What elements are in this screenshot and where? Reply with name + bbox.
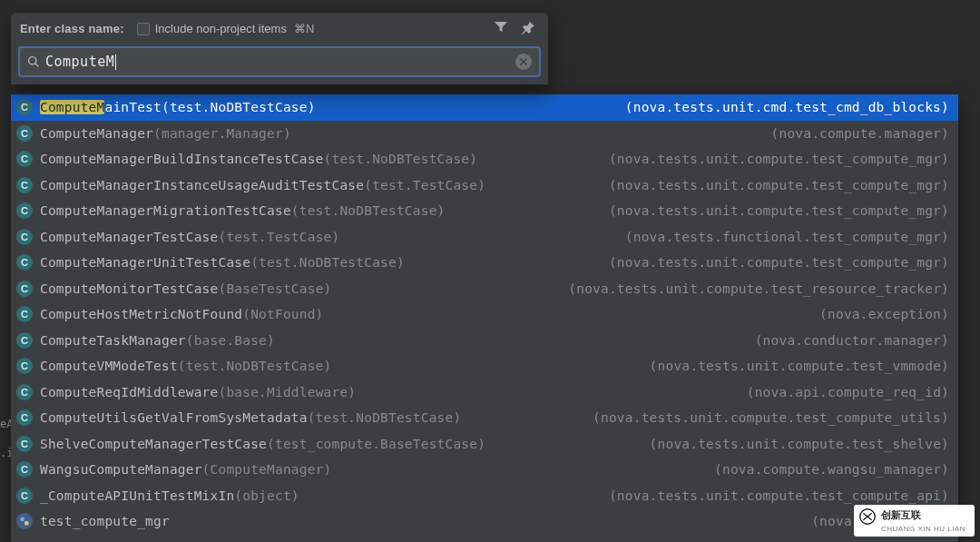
- result-row[interactable]: CComputeVMModeTest(test.NoDBTestCase)(no…: [11, 353, 958, 379]
- result-row[interactable]: CWangsuComputeManager(ComputeManager)(no…: [11, 457, 958, 483]
- result-row[interactable]: CComputeMonitorTestCase(BaseTestCase)(no…: [11, 276, 958, 302]
- class-icon: C: [16, 358, 33, 374]
- class-icon: C: [16, 409, 33, 426]
- result-row[interactable]: CComputeUtilsGetValFromSysMetadata(test.…: [11, 405, 958, 431]
- class-name: test_compute_mgr: [40, 514, 170, 528]
- search-icon: [27, 55, 40, 68]
- class-name: ComputeManager: [40, 126, 153, 141]
- class-location: (nova.tests.unit.compute.test_compute_mg…: [609, 255, 949, 270]
- result-row[interactable]: CComputeManagerBuildInstanceTestCase(tes…: [11, 146, 958, 172]
- class-context: (base.Base): [186, 333, 275, 348]
- class-name: ShelveComputeManagerTestCase: [40, 437, 267, 451]
- class-name: ComputeManagerMigrationTestCase: [40, 203, 291, 218]
- python-file-icon: [16, 513, 33, 529]
- class-name: ComputeUtilsGetValFromSysMetadata: [40, 410, 308, 425]
- class-icon: C: [16, 254, 33, 271]
- editor-gutter: eA.i: [0, 0, 11, 542]
- result-row[interactable]: test_compute_mgr(nova.tests.func): [11, 508, 958, 535]
- watermark-title: 创新互联: [881, 509, 921, 520]
- class-location: (nova.conductor.manager): [755, 333, 949, 348]
- result-row[interactable]: C_ComputeAPIUnitTestMixIn(object)(nova.t…: [11, 483, 958, 509]
- class-icon: C: [16, 332, 33, 349]
- result-row[interactable]: CComputeTaskManager(base.Base)(nova.cond…: [11, 328, 958, 354]
- class-icon: C: [16, 99, 33, 115]
- class-location: (nova.tests.unit.compute.test_shelve): [650, 437, 949, 451]
- class-location: (nova.tests.unit.compute.test_vmmode): [650, 359, 949, 373]
- result-row[interactable]: CComputeManager(manager.Manager)(nova.co…: [11, 121, 958, 147]
- result-row[interactable]: CComputeMainTest(test.NoDBTestCase)(nova…: [11, 94, 958, 121]
- result-row[interactable]: CShelveComputeManagerTestCase(test_compu…: [11, 431, 958, 458]
- class-location: (nova.tests.unit.cmd.test_cmd_db_blocks): [625, 100, 949, 114]
- class-location: (nova.tests.unit.compute.test_compute_mg…: [609, 203, 949, 218]
- class-icon: C: [16, 461, 33, 478]
- class-name: ComputeManagerBuildInstanceTestCase: [40, 152, 324, 166]
- goto-class-dialog: Enter class name: Include non-project it…: [11, 13, 548, 84]
- results-list: CComputeMainTest(test.NoDBTestCase)(nova…: [11, 94, 958, 542]
- checkbox-box: [137, 23, 150, 35]
- class-location: (nova.api.compute_req_id): [747, 385, 949, 399]
- class-icon: C: [16, 125, 33, 142]
- shortcut-hint: ⌘N: [294, 22, 314, 35]
- search-input[interactable]: ComputeM: [18, 46, 541, 77]
- class-location: (nova.tests.unit.compute.test_resource_t…: [568, 281, 949, 296]
- class-context: (test.TestCase): [364, 178, 485, 192]
- class-icon: C: [16, 436, 33, 452]
- class-context: (test.NoDBTestCase): [162, 100, 316, 114]
- class-location: (nova.tests.unit.compute.test_compute_mg…: [609, 178, 949, 192]
- include-non-project-checkbox[interactable]: Include non-project items ⌘N: [137, 22, 315, 35]
- class-location: (nova.compute.manager): [771, 126, 949, 141]
- class-icon: C: [16, 384, 33, 400]
- class-context: (test.NoDBTestCase): [308, 410, 462, 425]
- class-icon: C: [16, 281, 33, 297]
- svg-rect-0: [21, 517, 25, 522]
- result-row[interactable]: CComputeManagerInstanceUsageAuditTestCas…: [11, 172, 958, 199]
- class-context: (ComputeManager): [202, 462, 332, 477]
- svg-rect-1: [24, 521, 29, 526]
- class-context: (test.NoDBTestCase): [291, 203, 446, 218]
- class-icon: C: [16, 151, 33, 167]
- class-location: (nova.compute.wangsu_manager): [714, 462, 949, 477]
- clear-button[interactable]: [515, 54, 532, 70]
- search-query-text: ComputeM: [45, 54, 515, 70]
- class-icon: C: [16, 488, 33, 504]
- class-name: _ComputeAPIUnitTestMixIn: [40, 488, 234, 503]
- class-name: ComputeTaskManager: [40, 333, 186, 348]
- class-location: (nova.tests.functional.test_compute_mgr): [625, 230, 949, 244]
- result-row[interactable]: CComputeManagerUnitTestCase(test.NoDBTes…: [11, 250, 958, 276]
- result-row[interactable]: CComputeReqIdMiddleware(base.Middleware)…: [11, 379, 958, 406]
- class-name: ComputeMainTest: [40, 100, 162, 114]
- class-icon: C: [16, 306, 33, 322]
- class-context: (test.NoDBTestCase): [324, 152, 478, 166]
- class-context: (BaseTestCase): [218, 281, 331, 296]
- close-icon: [520, 58, 527, 65]
- class-context: (base.Middleware): [218, 385, 356, 399]
- dialog-title: Enter class name:: [20, 22, 124, 35]
- result-row[interactable]: CComputeHostMetricNotFound(NotFound)(nov…: [11, 301, 958, 328]
- result-row[interactable]: CComputeManagerTestCase(test.TestCase)(n…: [11, 224, 958, 251]
- class-name: ComputeManagerInstanceUsageAuditTestCase: [40, 178, 364, 192]
- class-context: (NotFound): [242, 307, 323, 321]
- class-name: ComputeVMModeTest: [40, 359, 178, 373]
- class-location: (nova.tests.unit.compute.test_compute_ut…: [593, 410, 949, 425]
- class-context: (test.TestCase): [218, 230, 339, 244]
- class-location: (nova.exception): [819, 307, 949, 321]
- class-icon: C: [16, 229, 33, 245]
- class-icon: C: [16, 177, 33, 193]
- result-row[interactable]: CComputeManagerMigrationTestCase(test.No…: [11, 198, 958, 224]
- class-name: ComputeHostMetricNotFound: [40, 307, 242, 321]
- watermark: 创新互联 CHUANG XIN HU LIAN: [854, 505, 975, 537]
- watermark-subtitle: CHUANG XIN HU LIAN: [881, 525, 965, 533]
- class-name: ComputeManagerTestCase: [40, 230, 218, 244]
- checkbox-label: Include non-project items: [155, 22, 287, 35]
- dialog-header: Enter class name: Include non-project it…: [11, 13, 548, 46]
- filter-icon[interactable]: [494, 20, 508, 37]
- pin-icon[interactable]: [521, 20, 535, 37]
- class-context: (object): [234, 488, 299, 503]
- class-location: (nova.tests.unit.compute.test_compute_ap…: [609, 488, 949, 503]
- class-name: ComputeManagerUnitTestCase: [40, 255, 250, 270]
- class-context: (test.NoDBTestCase): [250, 255, 405, 270]
- class-name: WangsuComputeManager: [40, 462, 202, 477]
- class-icon: C: [16, 202, 33, 219]
- text-caret: [115, 54, 116, 70]
- class-location: (nova.tests.unit.compute.test_compute_mg…: [609, 152, 949, 166]
